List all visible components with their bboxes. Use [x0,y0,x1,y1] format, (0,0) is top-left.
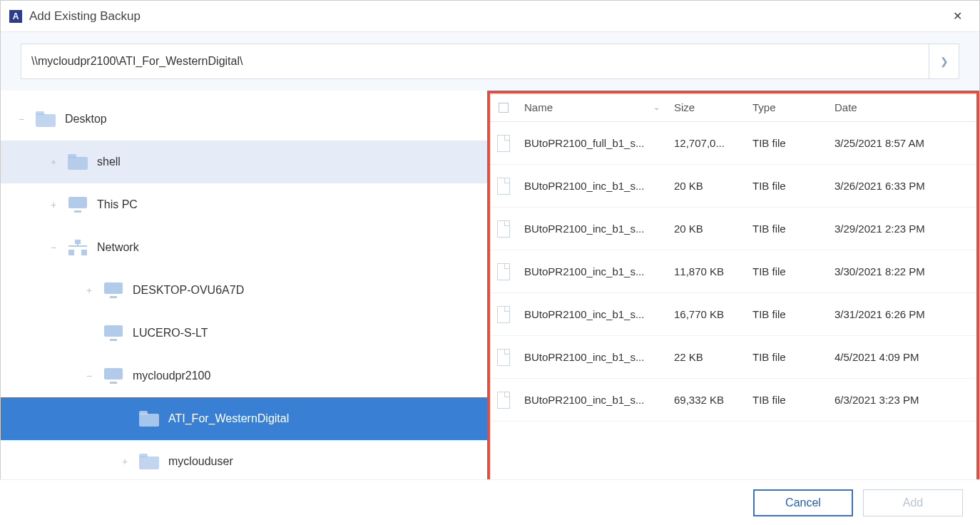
file-date: 6/3/2021 3:23 PM [827,394,976,406]
close-button[interactable]: ✕ [944,4,971,29]
tree-item-mycloud[interactable]: − mycloudpr2100 [1,355,487,397]
column-size[interactable]: Size [667,101,745,113]
file-name: BUtoPR2100_inc_b1_s... [517,351,667,363]
column-type[interactable]: Type [745,101,827,113]
file-type: TIB file [745,351,827,363]
dialog-window: A Add Existing Backup ✕ ❯ − Desktop + [0,0,980,525]
file-icon [497,392,510,409]
tree-label: shell [97,156,121,168]
folder-tree: − Desktop + shell + This [1,91,487,524]
column-date[interactable]: Date [827,101,976,113]
file-type: TIB file [745,265,827,277]
file-date: 3/25/2021 8:57 AM [827,137,976,149]
tree-label: DESKTOP-OVU6A7D [133,284,244,297]
collapse-icon[interactable]: − [47,242,60,253]
file-size: 22 KB [667,351,745,363]
file-size: 20 KB [667,180,745,192]
collapse-icon[interactable]: − [15,113,28,125]
file-date: 3/29/2021 2:23 PM [827,223,976,235]
file-icon [497,306,510,323]
file-name: BUtoPR2100_inc_b1_s... [517,180,667,192]
tree-item-ati[interactable]: ATI_For_WesternDigital [1,397,487,440]
file-icon [497,135,510,152]
file-date: 3/30/2021 8:22 PM [827,265,976,277]
folder-icon [68,154,88,170]
file-size: 16,770 KB [667,308,745,320]
tree-item-thispc[interactable]: + This PC [1,183,487,226]
tree-label: Desktop [65,113,107,126]
column-name[interactable]: Name⌄ [517,101,667,113]
main-area: − Desktop + shell + This [1,91,979,524]
expand-icon[interactable]: + [47,156,60,168]
folder-icon [139,454,159,469]
folder-icon [139,411,159,427]
file-name: BUtoPR2100_inc_b1_s... [517,223,667,235]
file-size: 11,870 KB [667,265,745,277]
expand-icon[interactable]: + [118,456,131,467]
pc-icon [68,197,87,213]
file-row[interactable]: BUtoPR2100_full_b1_s...12,707,0...TIB fi… [490,122,976,165]
computer-icon [104,282,123,298]
app-icon: A [9,10,22,23]
tree-item-desktop-ovu[interactable]: + DESKTOP-OVU6A7D [1,269,487,312]
file-row[interactable]: BUtoPR2100_inc_b1_s...20 KBTIB file3/26/… [490,165,976,208]
tree-item-lucero[interactable]: LUCERO-S-LT [1,312,487,355]
file-date: 3/31/2021 6:26 PM [827,308,976,320]
computer-icon [104,368,123,384]
file-name: BUtoPR2100_inc_b1_s... [517,394,667,406]
computer-icon [104,325,123,341]
file-name: BUtoPR2100_inc_b1_s... [517,308,667,320]
file-icon [497,220,510,238]
tree-item-desktop[interactable]: − Desktop [1,98,487,141]
add-button[interactable]: Add [863,489,963,516]
tree-label: ATI_For_WesternDigital [168,412,289,425]
tree-label: LUCERO-S-LT [133,327,208,340]
go-button[interactable]: ❯ [929,44,959,78]
file-name: BUtoPR2100_inc_b1_s... [517,265,667,277]
tree-item-myclouduser[interactable]: + myclouduser [1,440,487,483]
tree-item-network[interactable]: − Network [1,226,487,269]
file-row[interactable]: BUtoPR2100_inc_b1_s...22 KBTIB file4/5/2… [490,336,976,379]
dialog-footer: Cancel Add [0,479,980,525]
file-icon [497,263,510,280]
select-all-checkbox[interactable] [499,103,509,113]
file-name: BUtoPR2100_full_b1_s... [517,137,667,149]
file-row[interactable]: BUtoPR2100_inc_b1_s...20 KBTIB file3/29/… [490,208,976,250]
file-date: 4/5/2021 4:09 PM [827,351,976,363]
file-row[interactable]: BUtoPR2100_inc_b1_s...16,770 KBTIB file3… [490,293,976,336]
network-icon [68,240,87,255]
tree-item-shell[interactable]: + shell [1,141,487,183]
file-size: 20 KB [667,223,745,235]
tree-label: myclouduser [168,455,233,468]
file-size: 69,332 KB [667,394,745,406]
file-type: TIB file [745,137,827,149]
file-list: Name⌄ Size Type Date BUtoPR2100_full_b1_… [487,91,979,483]
expand-icon[interactable]: + [47,199,60,210]
file-type: TIB file [745,308,827,320]
tree-label: mycloudpr2100 [133,369,210,382]
expand-icon[interactable]: + [83,285,96,296]
file-icon [497,178,510,195]
title-bar: A Add Existing Backup ✕ [1,1,979,32]
file-row[interactable]: BUtoPR2100_inc_b1_s...11,870 KBTIB file3… [490,250,976,293]
file-row[interactable]: BUtoPR2100_inc_b1_s...69,332 KBTIB file6… [490,379,976,422]
file-icon [497,349,510,366]
file-type: TIB file [745,223,827,235]
path-bar: ❯ [21,44,959,79]
tree-label: Network [97,241,139,254]
path-input[interactable] [21,44,929,78]
file-size: 12,707,0... [667,137,745,149]
sort-icon: ⌄ [653,103,660,112]
file-type: TIB file [745,180,827,192]
folder-icon [36,111,56,127]
tree-label: This PC [97,198,138,211]
window-title: Add Existing Backup [29,9,141,24]
file-type: TIB file [745,394,827,406]
list-header: Name⌄ Size Type Date [490,93,976,122]
path-bar-container: ❯ [1,32,979,91]
file-date: 3/26/2021 6:33 PM [827,180,976,192]
cancel-button[interactable]: Cancel [753,489,853,516]
collapse-icon[interactable]: − [83,370,96,382]
